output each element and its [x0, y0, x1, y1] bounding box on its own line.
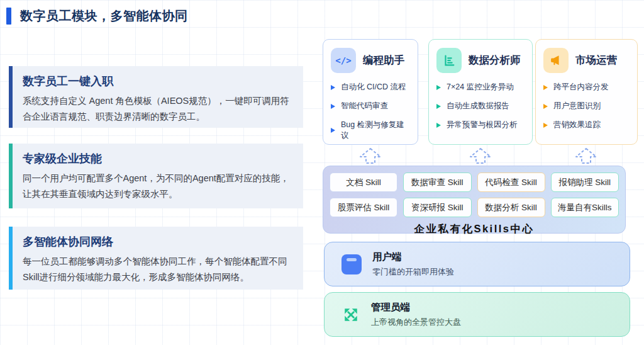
admin-client-panel: 管理员端 上帝视角的全景管控大盘 — [324, 292, 630, 337]
agent-capabilities: 跨平台内容分发 用户意图识别 营销效果追踪 — [543, 82, 630, 130]
capability-item: 跨平台内容分发 — [543, 82, 630, 93]
capability-label: 异常预警与根因分析 — [447, 120, 518, 130]
triangle-bullet-icon — [436, 104, 441, 109]
agent-card-data-analyst: 数据分析师 7×24 监控业务异动 自动生成数据报告 异常预警与根因分析 — [428, 39, 533, 145]
skill-chip-grid: 文档 Skill 数据审查 Skill 代码检查 Skill 报销助理 Skil… — [330, 172, 619, 217]
feature-body: 系统支持自定义 Agent 角色模板（AIEOS规范），一键即可调用符合企业语言… — [23, 93, 292, 125]
box-icon — [341, 254, 362, 274]
title-accent-bar — [6, 8, 11, 25]
capability-item: 自动化 CI/CD 流程 — [331, 82, 410, 93]
panel-title: 管理员端 — [371, 301, 461, 314]
feature-card-expert-skills: 专家级企业技能 同一个用户均可配置多个Agent，为不同的Agent配置对应的技… — [9, 144, 303, 208]
agent-header: </> 编程助手 — [331, 48, 410, 73]
capability-label: 智能代码审查 — [341, 101, 388, 111]
triangle-bullet-icon — [543, 123, 548, 128]
page-title: 数字员工模块，多智能体协同 — [20, 8, 188, 25]
skills-center-caption: 企业私有化Skills中心 — [330, 222, 619, 236]
triangle-bullet-icon — [331, 85, 335, 90]
triangle-bullet-icon — [436, 123, 441, 128]
feature-card-onboarding: 数字员工一键入职 系统支持自定义 Agent 角色模板（AIEOS规范），一键即… — [9, 66, 303, 128]
page-header: 数字员工模块，多智能体协同 — [6, 8, 188, 25]
agent-card-marketing-ops: 市场运营 跨平台内容分发 用户意图识别 营销效果追踪 — [535, 39, 638, 145]
panel-text: 管理员端 上帝视角的全景管控大盘 — [371, 301, 461, 328]
agent-header: 市场运营 — [543, 48, 630, 73]
megaphone-icon — [543, 48, 569, 73]
agent-capabilities: 7×24 监控业务异动 自动生成数据报告 异常预警与根因分析 — [436, 82, 525, 130]
capability-item: 智能代码审查 — [331, 101, 410, 111]
skill-chip: 报销助理 Skill — [551, 172, 619, 192]
bar-chart-icon — [436, 48, 462, 73]
agent-card-coding-assistant: </> 编程助手 自动化 CI/CD 流程 智能代码审查 Bug 检测与修复建议 — [323, 39, 418, 145]
panel-text: 用户端 零门槛的开箱即用体验 — [372, 251, 454, 278]
capability-item: 用户意图识别 — [543, 101, 630, 111]
skill-chip: 代码检查 Skill — [477, 172, 545, 192]
feature-title: 数字员工一键入职 — [23, 74, 292, 89]
feature-body: 同一个用户均可配置多个Agent，为不同的Agent配置对应的技能，让其在其垂直… — [23, 171, 292, 203]
capability-label: 自动化 CI/CD 流程 — [341, 82, 406, 93]
capability-item: Bug 检测与修复建议 — [331, 120, 410, 141]
dashed-up-arrow-icon — [468, 147, 493, 168]
agent-capabilities: 自动化 CI/CD 流程 智能代码审查 Bug 检测与修复建议 — [331, 82, 410, 141]
feature-card-multiagent-network: 多智能体协同网络 每一位员工都能够调动多个智能体协同工作，每个智能体配置不同Sk… — [9, 227, 303, 290]
triangle-bullet-icon — [543, 104, 548, 109]
triangle-bullet-icon — [331, 128, 335, 133]
capability-item: 自动生成数据报告 — [436, 101, 525, 111]
skill-chip: 资深研报 Skill — [403, 198, 471, 217]
capability-item: 异常预警与根因分析 — [436, 120, 525, 130]
capability-item: 7×24 监控业务异动 — [436, 82, 525, 93]
skills-center-panel: 文档 Skill 数据审查 Skill 代码检查 Skill 报销助理 Skil… — [323, 166, 626, 234]
skill-chip: 海量自有Skills — [551, 198, 619, 217]
slide-canvas: 数字员工模块，多智能体协同 数字员工一键入职 系统支持自定义 Agent 角色模… — [0, 0, 644, 345]
capability-label: 营销效果追踪 — [553, 120, 601, 130]
capability-label: 7×24 监控业务异动 — [447, 82, 514, 93]
panel-subtitle: 零门槛的开箱即用体验 — [372, 266, 454, 278]
feature-body: 每一位员工都能够调动多个智能体协同工作，每个智能体配置不同Skill进行细分领域… — [23, 254, 292, 286]
capability-label: 跨平台内容分发 — [553, 82, 609, 93]
dashed-up-arrow-icon — [574, 147, 599, 168]
agent-title: 数据分析师 — [469, 54, 521, 67]
agent-title: 市场运营 — [575, 54, 617, 67]
agent-title: 编程助手 — [363, 54, 404, 67]
capability-label: Bug 检测与修复建议 — [341, 120, 410, 141]
skill-chip: 数据分析 Skill — [477, 198, 545, 217]
triangle-bullet-icon — [543, 85, 548, 90]
user-client-panel: 用户端 零门槛的开箱即用体验 — [324, 242, 630, 286]
panel-title: 用户端 — [372, 251, 454, 264]
feature-title: 多智能体协同网络 — [23, 234, 292, 249]
skill-chip: 数据审查 Skill — [403, 172, 471, 192]
capability-label: 用户意图识别 — [553, 101, 601, 111]
skill-chip: 股票评估 Skill — [330, 198, 397, 217]
panel-subtitle: 上帝视角的全景管控大盘 — [371, 317, 461, 328]
skill-chip: 文档 Skill — [330, 172, 397, 192]
feature-title: 专家级企业技能 — [23, 151, 292, 166]
dashed-up-arrow-icon — [358, 147, 383, 168]
agent-header: 数据分析师 — [436, 48, 525, 73]
move-arrows-icon — [341, 305, 360, 324]
triangle-bullet-icon — [436, 85, 441, 90]
code-icon: </> — [331, 48, 356, 73]
capability-item: 营销效果追踪 — [543, 120, 630, 130]
capability-label: 自动生成数据报告 — [447, 101, 509, 111]
triangle-bullet-icon — [331, 104, 335, 109]
